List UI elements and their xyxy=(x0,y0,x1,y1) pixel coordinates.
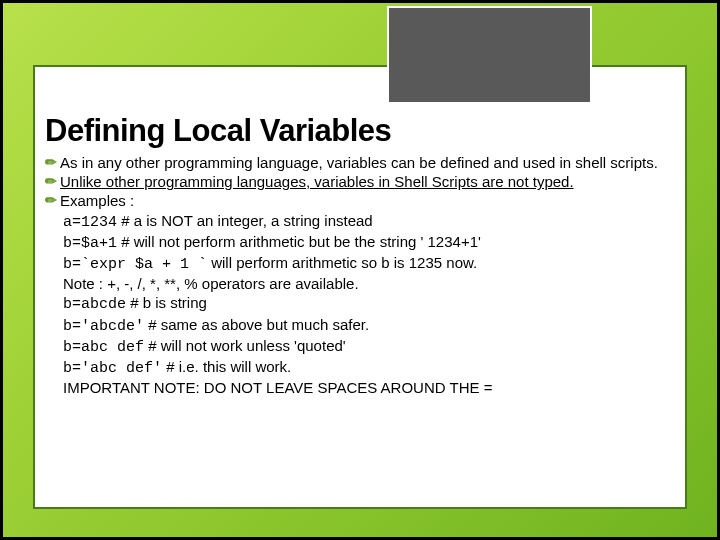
bullet-icon: ✏ xyxy=(45,154,57,172)
example-line: a=1234 # a is NOT an integer, a string i… xyxy=(63,211,697,232)
slide-title: Defining Local Variables xyxy=(45,113,391,149)
comment-text: # will not work unless 'quoted' xyxy=(144,337,346,354)
slide-background: Defining Local Variables ✏ As in any oth… xyxy=(3,3,717,537)
example-line: b='abc def' # i.e. this will work. xyxy=(63,357,697,378)
example-line: b=abcde # b is string xyxy=(63,293,697,314)
example-line: b=`expr $a + 1 ` will perform arithmetic… xyxy=(63,253,697,274)
code-text: b=$a+1 xyxy=(63,235,117,252)
example-line: b=$a+1 # will not perform arithmetic but… xyxy=(63,232,697,253)
important-note: IMPORTANT NOTE: DO NOT LEAVE SPACES AROU… xyxy=(63,378,697,397)
comment-text: will perform arithmetic so b is 1235 now… xyxy=(207,254,477,271)
bullet-text: Examples : xyxy=(60,191,697,210)
code-text: b='abcde' xyxy=(63,318,144,335)
bullet-text: As in any other programming language, va… xyxy=(60,153,697,172)
bullet-icon: ✏ xyxy=(45,173,57,191)
bullet-item: ✏ As in any other programming language, … xyxy=(45,153,697,172)
slide-content: ✏ As in any other programming language, … xyxy=(45,153,697,397)
comment-text: # same as above but much safer. xyxy=(144,316,369,333)
bullet-item: ✏ Unlike other programming languages, va… xyxy=(45,172,697,191)
example-line: b='abcde' # same as above but much safer… xyxy=(63,315,697,336)
comment-text: # will not perform arithmetic but be the… xyxy=(117,233,481,250)
code-text: b=abc def xyxy=(63,339,144,356)
code-text: b=`expr $a + 1 ` xyxy=(63,256,207,273)
comment-text: # i.e. this will work. xyxy=(162,358,291,375)
bullet-text: Unlike other programming languages, vari… xyxy=(60,172,697,191)
code-text: b=abcde xyxy=(63,296,126,313)
example-note: Note : +, -, /, *, **, % operators are a… xyxy=(63,274,697,293)
decorative-box xyxy=(387,6,592,104)
bullet-item: ✏ Examples : xyxy=(45,191,697,210)
comment-text: # a is NOT an integer, a string instead xyxy=(117,212,373,229)
example-line: b=abc def # will not work unless 'quoted… xyxy=(63,336,697,357)
comment-text: # b is string xyxy=(126,294,207,311)
code-text: a=1234 xyxy=(63,214,117,231)
code-text: b='abc def' xyxy=(63,360,162,377)
bullet-icon: ✏ xyxy=(45,192,57,210)
